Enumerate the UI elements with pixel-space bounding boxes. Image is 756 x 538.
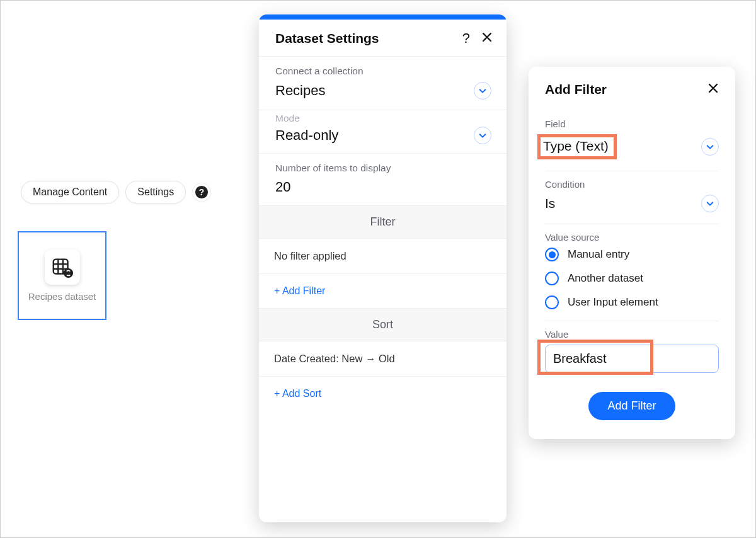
dataset-settings-panel: Dataset Settings ? Connect a collection … [259,14,507,522]
condition-section: Condition Is [545,171,719,224]
condition-value: Is [545,196,555,211]
value-input[interactable] [545,345,719,373]
filter-subheader: Filter [259,206,507,239]
connect-collection-section: Connect a collection Recipes [259,57,507,110]
svg-text:?: ? [199,188,204,197]
help-button[interactable]: ? [192,183,211,202]
help-icon-button[interactable]: ? [462,31,470,45]
connect-collection-label: Connect a collection [275,66,491,77]
field-section: Field Type (Text) [545,111,719,171]
close-filter-button[interactable] [707,83,719,96]
items-section: Number of items to display 20 [259,154,507,206]
radio-manual-entry[interactable]: Manual entry [545,248,719,261]
connect-collection-value: Recipes [275,83,325,99]
add-filter-panel: Add Filter Field Type (Text) Condition I… [529,67,735,439]
items-value: 20 [275,179,491,195]
radio-user-input-label: User Input element [568,296,658,309]
field-label: Field [545,118,719,129]
close-settings-button[interactable] [481,31,493,45]
settings-header: Dataset Settings ? [259,20,507,57]
no-filter-text: No filter applied [259,239,507,274]
filter-header: Add Filter [529,67,735,105]
dataset-icon [50,255,74,279]
dataset-element-label: Recipes dataset [28,291,96,302]
field-value-highlight: Type (Text) [537,134,617,159]
help-icon: ? [195,185,209,199]
mode-section: Mode Read-only [259,110,507,154]
panel-accent-bar [259,14,507,20]
close-icon [481,31,493,43]
condition-dropdown[interactable] [701,195,719,212]
radio-manual-label: Manual entry [568,248,629,261]
value-source-label: Value source [545,232,719,243]
close-icon [707,83,719,94]
value-section: Value [545,321,719,377]
manage-content-button[interactable]: Manage Content [21,181,119,203]
filter-title: Add Filter [545,82,607,97]
items-label: Number of items to display [275,163,491,174]
sort-subheader: Sort [259,309,507,341]
value-label: Value [545,329,719,340]
dataset-toolbar: Manage Content Settings ? [21,181,211,203]
svg-point-7 [63,268,72,278]
radio-another-dataset[interactable]: Another dataset [545,272,719,285]
add-filter-submit-button[interactable]: Add Filter [588,392,675,420]
connect-collection-dropdown[interactable] [474,82,491,100]
field-value: Type (Text) [543,139,609,153]
settings-button[interactable]: Settings [125,181,186,203]
add-sort-link[interactable]: + Add Sort [259,377,507,411]
dataset-icon-box [45,249,80,285]
radio-another-label: Another dataset [568,272,643,285]
dataset-element[interactable]: Recipes dataset [18,231,106,320]
condition-label: Condition [545,179,719,190]
mode-dropdown[interactable] [474,127,491,144]
value-source-section: Value source Manual entry Another datase… [545,224,719,321]
mode-value: Read-only [275,127,338,144]
field-dropdown[interactable] [701,138,719,156]
mode-label: Mode [275,113,491,124]
sort-value-row: Date Created: New → Old [259,341,507,377]
settings-title: Dataset Settings [275,31,379,46]
add-filter-link[interactable]: + Add Filter [259,274,507,309]
radio-user-input[interactable]: User Input element [545,295,719,309]
